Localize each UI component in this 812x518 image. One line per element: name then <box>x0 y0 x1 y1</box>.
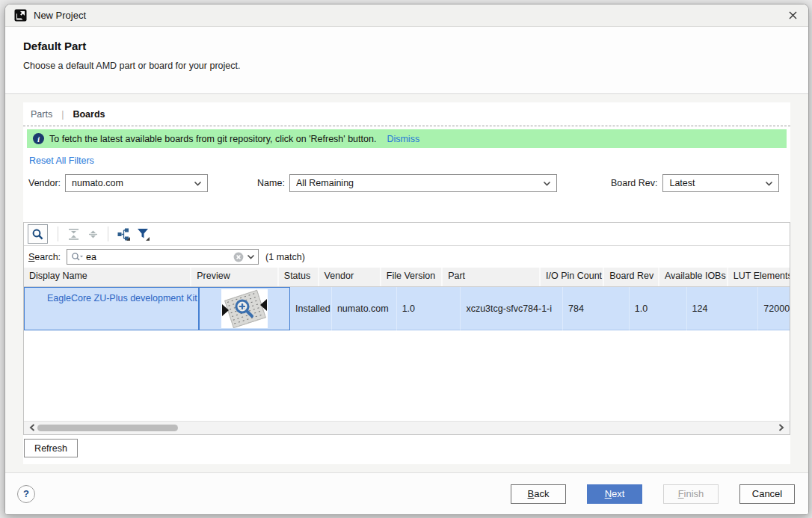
vendor-value: numato.com <box>72 178 194 188</box>
search-row: Search: ea (1 match) <box>24 246 790 268</box>
board-rev-dropdown[interactable]: Latest <box>662 174 779 192</box>
column-header-vendor[interactable]: Vendor <box>319 268 381 286</box>
new-project-dialog: New Project Default Part Choose a defaul… <box>4 4 809 515</box>
next-button[interactable]: Next <box>587 484 642 504</box>
finish-button[interactable]: Finish <box>663 484 719 504</box>
toolbar-divider <box>108 226 108 241</box>
photo-corner-left <box>222 304 229 316</box>
horizontal-scrollbar[interactable] <box>24 421 790 434</box>
help-icon[interactable]: ? <box>17 485 35 503</box>
name-label: Name: <box>257 178 285 188</box>
clear-icon[interactable] <box>233 252 244 262</box>
cell-board-rev: 1.0 <box>630 287 687 330</box>
zoom-in-icon <box>234 298 255 321</box>
board-preview-image[interactable] <box>221 289 268 328</box>
search-input-icon <box>71 252 83 262</box>
search-history-chevron-icon[interactable] <box>247 254 255 259</box>
scroll-right-icon[interactable] <box>776 422 787 433</box>
cell-display-name: EagleCore ZU-Plus development Kit <box>24 287 199 330</box>
filter-row: Vendor: numato.com Name: All Remaining B… <box>23 174 790 192</box>
column-header-display-name[interactable]: Display Name <box>24 268 191 286</box>
vendor-label: Vendor: <box>28 178 61 188</box>
table-empty-area <box>24 330 790 421</box>
tab-divider: | <box>61 109 64 120</box>
search-icon[interactable] <box>28 224 48 244</box>
column-header-lut-elements[interactable]: LUT Elements <box>728 268 790 286</box>
column-header-available-iobs[interactable]: Available IOBs <box>659 268 728 286</box>
cell-part: xczu3tcg-sfvc784-1-i <box>461 287 563 330</box>
dismiss-link[interactable]: Dismiss <box>387 134 419 144</box>
name-value: All Remaining <box>296 178 543 188</box>
cell-lut-elements: 72000 <box>758 287 790 330</box>
name-dropdown[interactable]: All Remaining <box>289 174 557 192</box>
hierarchy-icon[interactable] <box>114 224 133 244</box>
close-icon[interactable] <box>786 9 799 22</box>
column-header-io-pin-count[interactable]: I/O Pin Count <box>541 268 604 286</box>
reset-all-filters-link[interactable]: Reset All Filters <box>29 155 94 166</box>
back-button[interactable]: Back <box>511 484 566 504</box>
tab-parts[interactable]: Parts <box>31 109 52 120</box>
table-toolbar <box>24 223 790 246</box>
info-banner-text: To fetch the latest available boards fro… <box>49 134 376 144</box>
table-row[interactable]: EagleCore ZU-Plus development Kit Instal… <box>24 287 790 330</box>
window-title: New Project <box>34 10 86 21</box>
board-rev-value: Latest <box>669 178 765 188</box>
board-rev-label: Board Rev: <box>611 178 658 188</box>
refresh-button[interactable]: Refresh <box>24 439 78 457</box>
collapse-all-icon[interactable] <box>64 224 83 244</box>
wizard-footer: ? Back Next Finish Cancel <box>5 472 808 514</box>
tab-boards[interactable]: Boards <box>73 109 105 120</box>
cell-vendor: numato.com <box>332 287 397 330</box>
scroll-left-icon[interactable] <box>27 422 37 433</box>
column-header-preview[interactable]: Preview <box>191 268 279 286</box>
filter-icon[interactable] <box>133 224 153 244</box>
title-bar: New Project <box>5 4 808 27</box>
parts-boards-tabs: Parts | Boards <box>23 102 790 126</box>
wizard-buttons: Back Next Finish Cancel <box>511 484 795 504</box>
page-title: Default Part <box>23 40 808 52</box>
cell-preview <box>199 287 290 330</box>
cell-status: Installed <box>290 287 332 330</box>
cell-available-iobs: 124 <box>687 287 759 330</box>
wizard-body: Parts | Boards i To fetch the latest ava… <box>5 94 808 472</box>
combo-chevron-icon <box>765 178 773 188</box>
search-input[interactable]: ea <box>67 249 259 265</box>
toolbar-divider <box>58 226 58 241</box>
expand-all-icon[interactable] <box>83 224 102 244</box>
column-header-part[interactable]: Part <box>443 268 541 286</box>
combo-chevron-icon <box>194 178 202 188</box>
page-subtitle: Choose a default AMD part or board for y… <box>23 61 808 71</box>
vendor-dropdown[interactable]: numato.com <box>65 174 208 192</box>
search-match-count: (1 match) <box>265 252 305 262</box>
cell-file-version: 1.0 <box>397 287 461 330</box>
info-banner: i To fetch the latest available boards f… <box>27 129 787 148</box>
boards-panel: Parts | Boards i To fetch the latest ava… <box>23 102 790 464</box>
cancel-button[interactable]: Cancel <box>739 484 795 504</box>
table-header-row: Display Name Preview Status Vendor File … <box>24 268 790 287</box>
cell-io-pin-count: 784 <box>563 287 630 330</box>
search-value: ea <box>86 252 233 262</box>
scrollbar-thumb[interactable] <box>37 425 178 431</box>
search-label: Search: <box>28 252 61 262</box>
combo-chevron-icon <box>543 178 551 188</box>
column-header-board-rev[interactable]: Board Rev <box>604 268 659 286</box>
boards-table: Search: ea (1 match) <box>23 222 790 435</box>
amd-logo-icon <box>14 9 27 22</box>
info-icon: i <box>33 133 44 144</box>
column-header-status[interactable]: Status <box>279 268 319 286</box>
photo-corner-right <box>260 299 267 311</box>
column-header-file-version[interactable]: File Version <box>381 268 443 286</box>
wizard-page-header: Default Part Choose a default AMD part o… <box>5 27 808 94</box>
